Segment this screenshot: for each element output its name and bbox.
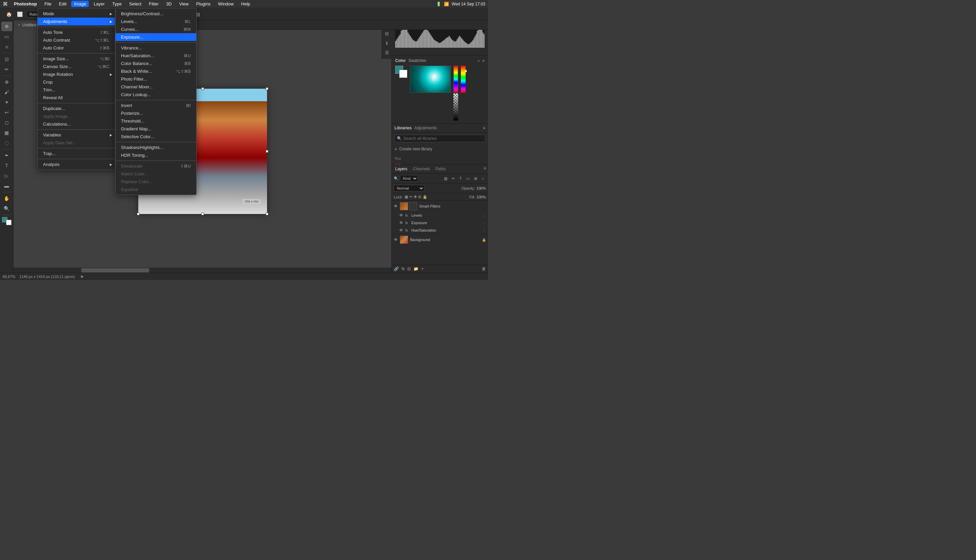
zoom-tool[interactable]: 🔍 [2,204,12,213]
new-group-icon[interactable]: 📁 [413,267,418,271]
levels-item[interactable]: Levels... ⌘L [115,18,196,25]
delete-layer-icon[interactable]: 🗑 [482,267,486,271]
reveal-all-item[interactable]: Reveal All [38,94,115,102]
opacity-value[interactable]: 100% [476,186,486,190]
layers-tab[interactable]: Layers [394,166,409,172]
gradient-tool[interactable]: ▦ [2,128,12,137]
extract-from-image-item[interactable]: Cc Extract from Image [392,162,488,164]
adjustments-menu-item[interactable]: Adjustments [38,18,115,25]
vibrance-item[interactable]: Vibrance... [115,44,196,52]
background-vis-icon[interactable]: 👁 [394,237,398,242]
libraries-search-input[interactable] [403,136,483,141]
move-tool[interactable]: ✥ [2,22,12,31]
help-menu[interactable]: Help [239,1,253,7]
new-layer-icon[interactable]: + [421,267,424,271]
image-size-item[interactable]: Image Size... ⌥⌘I [38,55,115,63]
saturation-bar[interactable] [461,66,466,93]
hdr-toning-item[interactable]: HDR Toning... [115,151,196,159]
path-tool[interactable]: ▷ [2,171,12,180]
photo-filter-item[interactable]: Photo Filter... [115,75,196,83]
channels-tab[interactable]: Channels [411,166,431,172]
swatches-label[interactable]: Swatches [408,58,426,63]
scroll-thumb[interactable] [81,268,149,273]
hue-gradient[interactable] [453,66,458,93]
exposure-vis-icon[interactable]: 👁 [399,220,403,225]
lock-paint-icon[interactable]: ✏ [409,195,413,199]
plugins-menu[interactable]: Plugins [194,1,214,7]
libraries-search-bar[interactable]: 🔍 [394,135,485,142]
handle-bl[interactable] [137,213,140,215]
paths-tab[interactable]: Paths [434,166,447,172]
tab-close-icon[interactable]: ✕ [18,23,20,27]
apple-logo-icon[interactable]: ⌘ [3,1,8,7]
hue-sat-options-icon[interactable]: ⋮ [483,228,486,232]
fg-bg-tool[interactable] [2,217,12,226]
edit-menu[interactable]: Edit [56,1,69,7]
pen-tool[interactable]: ✒ [2,151,12,160]
blur-tool[interactable]: ◌ [2,138,12,148]
hue-sat-vis-icon[interactable]: 👁 [399,228,403,233]
libraries-title[interactable]: Libraries [394,126,412,130]
heal-tool[interactable]: ⊕ [2,77,12,87]
filter-menu[interactable]: Filter [146,1,161,7]
handle-bm[interactable] [201,213,204,215]
select-menu[interactable]: Select [126,1,144,7]
selective-color-item[interactable]: Selective Color... [115,133,196,140]
window-menu[interactable]: Window [215,1,236,7]
trap-item[interactable]: Trap... [38,150,115,157]
exposure-menu-item[interactable]: Exposure... [115,33,196,41]
image-menu[interactable]: Image [71,1,89,7]
hand-tool[interactable]: ✋ [2,194,12,203]
shape-filter-icon[interactable]: ▭ [465,175,471,182]
background-row[interactable]: 👁 Background 🔒 [392,234,488,245]
filter-kind-dropdown[interactable]: Kind [400,175,418,182]
history-tool[interactable]: ↩ [2,108,12,117]
text-filter-icon[interactable]: T [458,175,464,182]
home-btn[interactable]: 🏠 [5,10,13,18]
posterize-item[interactable]: Posterize... [115,109,196,117]
shadows-highlights-item[interactable]: Shadows/Highlights... [115,143,196,151]
color-balance-item[interactable]: Color Balance... ⌘B [115,60,196,67]
curves-item[interactable]: Curves... ⌘M [115,25,196,33]
levels-options-icon[interactable]: ⋮ [483,213,486,217]
alpha-bar[interactable] [453,93,458,120]
layer-menu[interactable]: Layer [91,1,107,7]
lock-all-icon[interactable]: 🔒 [423,195,427,199]
layers-menu-icon[interactable]: ≡ [484,166,486,172]
brush-tool[interactable]: 🖌 [2,87,12,97]
brightness-contrast-item[interactable]: Brightness/Contrast... [115,10,196,18]
saturation-slider[interactable] [460,70,467,72]
grid-icon[interactable]: ⊟ [383,30,391,37]
app-name-menu[interactable]: Photoshop [11,1,40,7]
background-color[interactable] [399,70,407,78]
crop-item[interactable]: Crop [38,78,115,86]
info-icon[interactable]: ℹ [383,39,391,47]
auto-contrast-item[interactable]: Auto Contrast ⌥⇧⌘L [38,36,115,44]
create-library-btn[interactable]: + Create new library [392,144,488,154]
layers-right-icon[interactable]: ☰ [383,49,391,56]
analysis-item[interactable]: Analysis [38,160,115,168]
smart-filters-vis-icon[interactable]: 👁 [394,204,398,208]
file-menu[interactable]: File [42,1,54,7]
type-tool[interactable]: T [2,161,12,170]
shape-tool[interactable]: ▬ [2,181,12,191]
layer-fx-icon[interactable]: fx [401,267,404,271]
mode-menu-item[interactable]: Mode [38,10,115,18]
toggle-filter-icon[interactable]: ○ [480,175,486,182]
adjustment-filter-icon[interactable]: ✏ [450,175,456,182]
adjustments-title[interactable]: Adjustments [414,126,437,130]
expand-arrows-icon[interactable]: » [478,58,480,63]
eraser-tool[interactable]: ◻ [2,118,12,127]
duplicate-item[interactable]: Duplicate... [38,105,115,112]
levels-row[interactable]: 👁 fx Levels ⋮ [392,212,488,219]
eyedropper-tool[interactable]: ✏ [2,65,12,74]
handle-mr[interactable] [266,150,268,153]
select-tool[interactable]: ▭ [2,32,12,41]
lasso-tool[interactable]: ⌾ [2,42,12,52]
pixel-filter-icon[interactable]: ▧ [443,175,449,182]
lock-transparent-icon[interactable]: ▦ [404,195,408,199]
black-white-item[interactable]: Black & White... ⌥⇧⌘B [115,67,196,75]
color-picker-dot[interactable] [433,78,435,81]
fg-bg-colors[interactable] [395,66,407,78]
horizontal-scrollbar[interactable] [13,268,391,273]
